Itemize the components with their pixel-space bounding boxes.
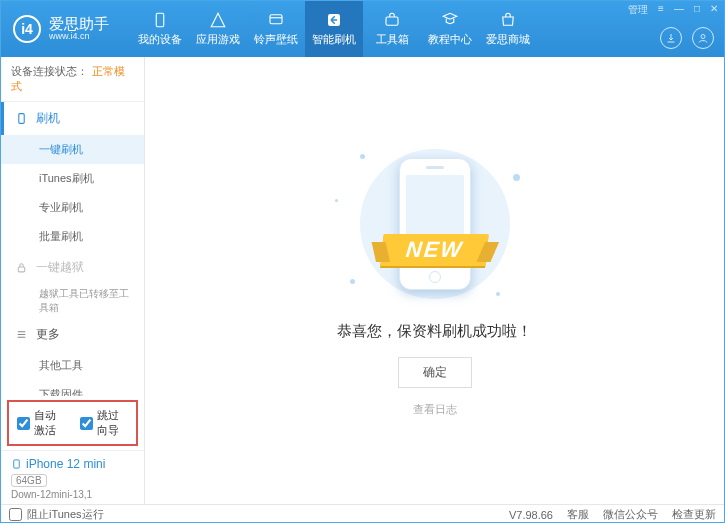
auto-activate-checkbox[interactable]: 自动激活 bbox=[17, 408, 66, 438]
svg-rect-5 bbox=[19, 114, 24, 124]
svg-point-4 bbox=[701, 35, 705, 39]
nav-store[interactable]: 爱思商城 bbox=[479, 1, 537, 57]
device-icon bbox=[11, 457, 22, 471]
win-min[interactable]: — bbox=[672, 3, 686, 17]
phone-icon bbox=[15, 112, 28, 125]
win-max[interactable]: □ bbox=[692, 3, 702, 17]
app-header: i4 爱思助手 www.i4.cn 我的设备 应用游戏 铃声壁纸 智能刷机 工具… bbox=[1, 1, 724, 57]
svg-rect-3 bbox=[386, 17, 398, 25]
lock-icon bbox=[15, 261, 28, 274]
sidebar-item-itunes-flash[interactable]: iTunes刷机 bbox=[1, 164, 144, 193]
nav-toolbox[interactable]: 工具箱 bbox=[363, 1, 421, 57]
nav-my-device[interactable]: 我的设备 bbox=[131, 1, 189, 57]
app-name: 爱思助手 bbox=[49, 16, 109, 33]
wechat-link[interactable]: 微信公众号 bbox=[603, 507, 658, 522]
svg-rect-7 bbox=[14, 460, 20, 468]
new-ribbon: NEW bbox=[380, 234, 489, 266]
win-manage[interactable]: 管理 bbox=[626, 3, 650, 17]
device-details: Down-12mini-13,1 bbox=[11, 489, 134, 500]
logo-icon: i4 bbox=[13, 15, 41, 43]
svg-rect-1 bbox=[270, 15, 282, 24]
ok-button[interactable]: 确定 bbox=[398, 357, 472, 388]
sidebar-section-more[interactable]: 更多 bbox=[1, 318, 144, 351]
nav-ringtone[interactable]: 铃声壁纸 bbox=[247, 1, 305, 57]
view-log-link[interactable]: 查看日志 bbox=[413, 402, 457, 417]
block-itunes-checkbox[interactable]: 阻止iTunes运行 bbox=[9, 507, 104, 522]
options-box: 自动激活 跳过向导 bbox=[7, 400, 138, 446]
success-illustration: NEW bbox=[320, 144, 550, 304]
sidebar-item-other-tools[interactable]: 其他工具 bbox=[1, 351, 144, 380]
sidebar-item-oneclick-flash[interactable]: 一键刷机 bbox=[1, 135, 144, 164]
win-close[interactable]: ✕ bbox=[708, 3, 720, 17]
jailbreak-note: 越狱工具已转移至工具箱 bbox=[1, 284, 144, 318]
sidebar-item-download-firmware[interactable]: 下载固件 bbox=[1, 380, 144, 396]
version-label: V7.98.66 bbox=[509, 509, 553, 521]
main-content: NEW 恭喜您，保资料刷机成功啦！ 确定 查看日志 bbox=[145, 57, 724, 504]
svg-rect-6 bbox=[18, 267, 25, 272]
download-icon[interactable] bbox=[660, 27, 682, 49]
menu-icon bbox=[15, 328, 28, 341]
nav-tutorial[interactable]: 教程中心 bbox=[421, 1, 479, 57]
nav-flash[interactable]: 智能刷机 bbox=[305, 1, 363, 57]
user-icon[interactable] bbox=[692, 27, 714, 49]
sidebar-item-pro-flash[interactable]: 专业刷机 bbox=[1, 193, 144, 222]
win-menu[interactable]: ≡ bbox=[656, 3, 666, 17]
nav-apps[interactable]: 应用游戏 bbox=[189, 1, 247, 57]
device-info[interactable]: iPhone 12 mini 64GB Down-12mini-13,1 bbox=[1, 450, 144, 504]
svg-rect-0 bbox=[156, 13, 164, 27]
check-update-link[interactable]: 检查更新 bbox=[672, 507, 716, 522]
sidebar-item-batch-flash[interactable]: 批量刷机 bbox=[1, 222, 144, 251]
success-message: 恭喜您，保资料刷机成功啦！ bbox=[337, 322, 532, 341]
storage-tag: 64GB bbox=[11, 474, 47, 487]
connection-state: 设备连接状态：正常模式 bbox=[1, 57, 144, 102]
customer-service-link[interactable]: 客服 bbox=[567, 507, 589, 522]
top-nav: 我的设备 应用游戏 铃声壁纸 智能刷机 工具箱 教程中心 爱思商城 bbox=[131, 1, 537, 57]
sidebar-section-flash[interactable]: 刷机 bbox=[1, 102, 144, 135]
footer: 阻止iTunes运行 V7.98.66 客服 微信公众号 检查更新 bbox=[1, 504, 724, 523]
sidebar-section-jailbreak[interactable]: 一键越狱 bbox=[1, 251, 144, 284]
skip-guide-checkbox[interactable]: 跳过向导 bbox=[80, 408, 129, 438]
app-site: www.i4.cn bbox=[49, 32, 109, 42]
logo: i4 爱思助手 www.i4.cn bbox=[1, 15, 121, 43]
sidebar: 设备连接状态：正常模式 刷机 一键刷机 iTunes刷机 专业刷机 批量刷机 一… bbox=[1, 57, 145, 504]
window-controls: 管理 ≡ — □ ✕ bbox=[626, 3, 720, 17]
